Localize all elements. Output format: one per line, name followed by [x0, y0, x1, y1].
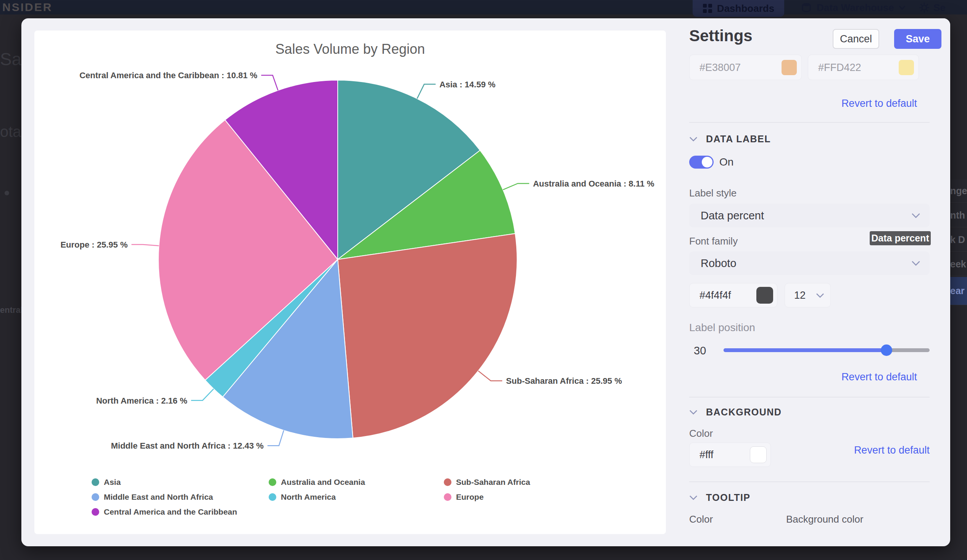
pie-label-line: [503, 183, 529, 189]
background-text-fragment: ota: [0, 123, 21, 140]
slider-thumb[interactable]: [881, 344, 892, 356]
background-menu-item: eek: [950, 252, 967, 276]
font-family-label: Font family: [689, 236, 738, 247]
background-color-swatch[interactable]: [750, 446, 767, 463]
slider-fill: [724, 348, 886, 352]
legend-item-middle-east-and-north-africa[interactable]: Middle East and North Africa: [92, 492, 269, 502]
gear-icon: [919, 2, 930, 13]
background-section-header[interactable]: BACKGROUND: [689, 407, 782, 418]
chevron-down-icon: [899, 5, 906, 10]
chevron-down-icon: [689, 410, 698, 415]
pie-callout-label: North America : 2.16 %: [96, 396, 187, 405]
legend-item-central-america-and-the-caribbean[interactable]: Central America and the Caribbean: [92, 507, 269, 517]
legend-item-australia-and-oceania[interactable]: Australia and Oceania: [269, 478, 444, 487]
font-color-value: #4f4f4f: [700, 290, 731, 301]
font-size-value: 12: [794, 290, 805, 301]
label-position-slider[interactable]: [724, 348, 930, 352]
settings-title: Settings: [689, 27, 752, 45]
legend-item-europe[interactable]: Europe: [444, 492, 530, 502]
section-divider: [689, 122, 930, 123]
save-button[interactable]: Save: [894, 29, 941, 49]
pie-label-line: [261, 75, 278, 91]
series-color-swatch-1[interactable]: [782, 60, 797, 75]
pie-slice-sub-saharan-africa[interactable]: [338, 234, 517, 438]
legend-label: North America: [281, 492, 336, 502]
pie-label-line: [417, 84, 436, 99]
font-color-input[interactable]: #4f4f4f: [689, 283, 777, 308]
tooltip-background-color-label: Background color: [786, 514, 863, 525]
dashboards-grid-icon: [703, 3, 713, 13]
revert-to-default-link-colors[interactable]: Revert to default: [842, 98, 917, 109]
cancel-button[interactable]: Cancel: [833, 29, 879, 49]
chevron-down-icon: [911, 213, 921, 218]
background-text-fragment: Sal: [0, 49, 21, 69]
legend-color-dot: [444, 478, 451, 486]
toggle-knob: [702, 157, 713, 168]
legend-color-dot: [269, 493, 276, 501]
settings-panel-header: Settings Cancel Save: [677, 18, 950, 53]
font-family-value: Roboto: [701, 257, 736, 270]
pie-callout-label: Australia and Oceania : 8.11 %: [533, 179, 655, 188]
nav-settings[interactable]: Se: [919, 0, 946, 15]
label-style-label: Label style: [689, 187, 736, 199]
series-color-swatch-2[interactable]: [899, 60, 914, 75]
legend-item-sub-saharan-africa[interactable]: Sub-Saharan Africa: [444, 478, 530, 487]
tooltip-color-label: Color: [689, 514, 713, 525]
legend-item-north-america[interactable]: North America: [269, 492, 444, 502]
pie-callout-label: Central America and the Caribbean : 10.8…: [79, 71, 257, 80]
background-menu-item: nth: [950, 204, 967, 227]
font-color-swatch[interactable]: [756, 287, 773, 304]
label-position-label: Label position: [689, 321, 755, 334]
database-icon: [801, 2, 812, 13]
legend-color-dot: [92, 478, 99, 486]
data-label-section-title: DATA LABEL: [706, 133, 771, 145]
background-text-fragment: entral: [0, 305, 21, 315]
pie-callout-label: Europe : 25.95 %: [60, 240, 127, 249]
series-color-value-2: #FFD422: [818, 62, 861, 74]
background-left-strip: Sal ota entral: [0, 15, 21, 560]
nav-data-warehouse[interactable]: Data Warehouse: [801, 0, 906, 15]
chevron-down-icon: [689, 137, 698, 142]
background-menu-item: ear: [950, 277, 967, 305]
font-size-dropdown[interactable]: 12: [785, 283, 831, 308]
nav-dashboards[interactable]: Dashboards: [693, 0, 784, 17]
background-color-input[interactable]: #fff: [689, 443, 771, 467]
legend-color-dot: [92, 493, 99, 501]
revert-to-default-link-datalabel[interactable]: Revert to default: [842, 371, 917, 383]
series-color-input-1[interactable]: #E38007: [689, 54, 802, 80]
pie-callout-label: Middle East and North Africa : 12.43 %: [111, 441, 264, 451]
pie-label-line: [191, 389, 214, 400]
font-family-dropdown[interactable]: Roboto: [689, 251, 930, 275]
legend-label: Australia and Oceania: [281, 478, 365, 487]
chevron-down-icon: [689, 495, 698, 500]
background-section-title: BACKGROUND: [706, 407, 782, 418]
background-right-menu: ngenthk Deekear: [950, 15, 967, 560]
legend-item-asia[interactable]: Asia: [92, 478, 269, 487]
pie-label-line: [131, 245, 159, 245]
data-label-section-header[interactable]: DATA LABEL: [689, 133, 771, 145]
legend-label: Europe: [456, 492, 484, 502]
legend-label: Central America and the Caribbean: [104, 507, 237, 517]
legend-label: Middle East and North Africa: [104, 492, 213, 502]
legend-color-dot: [444, 493, 451, 501]
pie-label-line: [267, 430, 284, 446]
settings-modal: Asia : 14.59 %Australia and Oceania : 8.…: [21, 18, 950, 546]
nav-dashboards-label: Dashboards: [717, 3, 774, 15]
data-label-toggle-state: On: [719, 156, 733, 168]
legend-color-dot: [92, 508, 99, 516]
series-color-input-2[interactable]: #FFD422: [808, 54, 919, 80]
pie-chart: Asia : 14.59 %Australia and Oceania : 8.…: [35, 31, 666, 534]
label-position-value: 30: [694, 344, 706, 357]
chart-title: Sales Volume by Region: [35, 41, 666, 57]
background-bullet-dot: [5, 191, 9, 195]
chart-preview-card: Asia : 14.59 %Australia and Oceania : 8.…: [35, 31, 666, 534]
background-color-label: Color: [689, 428, 713, 440]
data-label-toggle[interactable]: [689, 156, 714, 169]
label-style-value: Data percent: [701, 209, 764, 222]
label-style-tooltip: Data percent: [870, 231, 931, 245]
nav-settings-label: Se: [933, 2, 946, 14]
legend-label: Asia: [104, 478, 120, 487]
label-style-dropdown[interactable]: Data percent: [689, 204, 930, 227]
tooltip-section-header[interactable]: TOOLTIP: [689, 492, 751, 503]
revert-to-default-link-background[interactable]: Revert to default: [854, 445, 930, 456]
